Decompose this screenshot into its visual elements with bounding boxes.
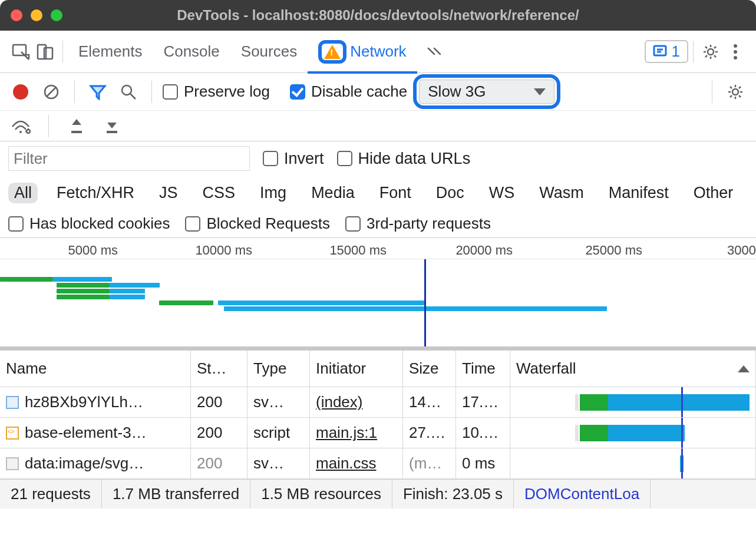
type-filter-other[interactable]: Other <box>688 183 740 203</box>
col-waterfall[interactable]: Waterfall <box>510 351 756 387</box>
col-label: Size <box>409 359 439 378</box>
svg-point-9 <box>734 56 737 60</box>
checkbox-icon <box>337 151 352 166</box>
record-button[interactable] <box>8 80 33 104</box>
initiator-link[interactable]: main.js:1 <box>316 424 377 442</box>
type-filter-js[interactable]: JS <box>153 183 184 203</box>
status-domcontentloaded[interactable]: DOMContentLoa <box>514 480 651 509</box>
more-tabs-icon[interactable] <box>422 39 447 64</box>
col-status[interactable]: St… <box>191 351 247 387</box>
initiator-link[interactable]: (index) <box>316 393 362 411</box>
col-name[interactable]: Name <box>0 351 191 387</box>
table-row[interactable]: base-element-3… 200 script main.js:1 27.… <box>0 418 756 448</box>
disable-cache-checkbox[interactable]: Disable cache <box>290 82 407 101</box>
cell-type: sv… <box>247 448 310 479</box>
cell-type: sv… <box>247 387 310 418</box>
blocked-cookies-checkbox[interactable]: Has blocked cookies <box>8 214 170 233</box>
svg-point-15 <box>19 131 22 133</box>
tab-elements[interactable]: Elements <box>68 31 153 73</box>
cell-text: data:image/svg… <box>25 454 144 473</box>
checkbox-label: Invert <box>284 150 324 168</box>
table-row[interactable]: data:image/svg… 200 sv… main.css (m… 0 m… <box>0 448 756 479</box>
network-conditions-icon[interactable] <box>8 114 33 138</box>
svg-line-11 <box>47 87 56 97</box>
checkbox-label: Preserve log <box>184 82 270 101</box>
search-icon[interactable] <box>116 80 141 104</box>
ruler-tick: 25000 ms <box>585 243 642 258</box>
kebab-menu-icon[interactable] <box>723 39 748 64</box>
type-filter-img[interactable]: Img <box>254 183 292 203</box>
settings-icon[interactable] <box>698 39 723 64</box>
filter-input[interactable] <box>8 146 250 171</box>
clear-button[interactable] <box>39 80 64 104</box>
tab-sources[interactable]: Sources <box>230 31 308 73</box>
cell-time: 10.… <box>456 418 510 448</box>
cell-size: 27.… <box>403 418 456 448</box>
resource-type-filters: All Fetch/XHR JS CSS Img Media Font Doc … <box>0 176 756 210</box>
separator <box>693 41 694 63</box>
svg-point-7 <box>734 44 737 48</box>
throttling-select[interactable]: Slow 3G <box>419 80 554 104</box>
invert-checkbox[interactable]: Invert <box>263 150 324 168</box>
network-conditions-toolbar <box>0 111 756 141</box>
col-label: Time <box>462 359 496 378</box>
type-filter-all[interactable]: All <box>8 183 38 203</box>
ruler-tick: 10000 ms <box>195 243 252 258</box>
checkbox-label: 3rd-party requests <box>367 214 491 233</box>
checkbox-icon <box>8 216 24 232</box>
col-type[interactable]: Type <box>247 351 310 387</box>
status-requests: 21 requests <box>0 480 102 509</box>
type-filter-ws[interactable]: WS <box>483 183 521 203</box>
cell-time: 0 ms <box>456 448 510 479</box>
status-finish: Finish: 23.05 s <box>392 480 514 509</box>
type-filter-fetch[interactable]: Fetch/XHR <box>51 183 140 203</box>
tab-console[interactable]: Console <box>153 31 230 73</box>
preserve-log-checkbox[interactable]: Preserve log <box>163 82 270 101</box>
cell-waterfall <box>510 387 756 418</box>
ruler-tick: 3000 <box>727 243 756 258</box>
cell-status: 200 <box>191 387 247 418</box>
blocked-requests-checkbox[interactable]: Blocked Requests <box>185 214 330 233</box>
type-filter-manifest[interactable]: Manifest <box>603 183 675 203</box>
cell-initiator[interactable]: main.css <box>310 448 403 479</box>
table-header-row: Name St… Type Initiator Size Time Waterf… <box>0 351 756 387</box>
window-title: DevTools - localhost:8080/docs/devtools/… <box>0 7 756 24</box>
overview-timeline[interactable]: 5000 ms 10000 ms 15000 ms 20000 ms 25000… <box>0 238 756 350</box>
type-filter-doc[interactable]: Doc <box>430 183 470 203</box>
separator <box>48 115 49 137</box>
table-row[interactable]: hz8BXb9YlYLh… 200 sv… (index) 14… 17.… <box>0 387 756 418</box>
throttling-highlight: Slow 3G <box>413 74 560 109</box>
tab-label: Console <box>163 42 219 61</box>
status-bar: 21 requests 1.7 MB transferred 1.5 MB re… <box>0 479 756 509</box>
checkbox-icon <box>345 216 361 232</box>
waterfall-marker <box>681 387 683 417</box>
type-filter-font[interactable]: Font <box>374 183 417 203</box>
network-settings-icon[interactable] <box>723 80 748 104</box>
warning-highlight <box>318 40 346 64</box>
type-filter-wasm[interactable]: Wasm <box>533 183 590 203</box>
ruler-tick: 15000 ms <box>329 243 387 258</box>
sort-asc-icon <box>738 365 750 372</box>
initiator-link[interactable]: main.css <box>316 454 377 473</box>
svg-rect-3 <box>654 46 666 55</box>
type-filter-media[interactable]: Media <box>305 183 361 203</box>
overview-bars <box>0 259 756 346</box>
cell-initiator[interactable]: main.js:1 <box>310 418 403 448</box>
col-label: Type <box>253 359 286 378</box>
hide-data-urls-checkbox[interactable]: Hide data URLs <box>337 150 471 168</box>
cell-initiator[interactable]: (index) <box>310 387 403 418</box>
cell-status: 200 <box>191 418 247 448</box>
tab-network[interactable]: Network <box>308 31 417 73</box>
inspect-element-icon[interactable] <box>8 39 33 64</box>
export-har-icon[interactable] <box>64 114 89 138</box>
third-party-checkbox[interactable]: 3rd-party requests <box>345 214 491 233</box>
device-toolbar-icon[interactable] <box>33 39 58 64</box>
col-time[interactable]: Time <box>456 351 510 387</box>
type-filter-css[interactable]: CSS <box>197 183 242 203</box>
cell-status: 200 <box>191 448 247 479</box>
import-har-icon[interactable] <box>100 114 124 138</box>
filter-toggle-icon[interactable] <box>85 80 110 104</box>
issues-button[interactable]: 1 <box>645 40 688 63</box>
col-initiator[interactable]: Initiator <box>310 351 403 387</box>
col-size[interactable]: Size <box>403 351 456 387</box>
